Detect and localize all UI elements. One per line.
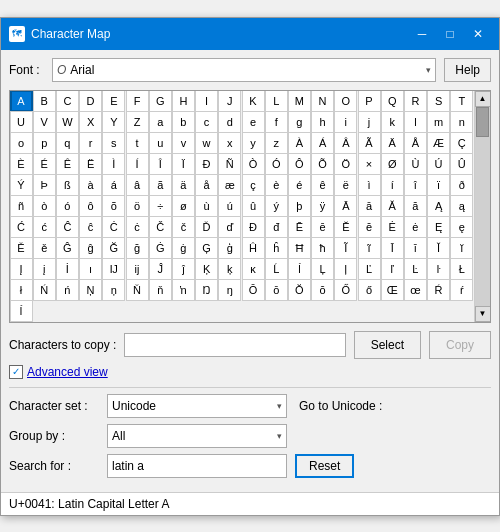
char-cell[interactable]: ŕ [450,279,473,301]
char-cell[interactable]: ē [311,216,334,238]
char-cell[interactable]: T [450,90,473,112]
char-cell[interactable]: K [242,90,265,112]
char-cell[interactable]: á [102,174,125,196]
char-cell[interactable]: Ŀ [404,258,427,280]
char-cell[interactable]: ß [56,174,79,196]
char-cell[interactable]: e [242,111,265,133]
char-cell[interactable]: ï [427,174,450,196]
char-cell[interactable]: Ù [404,153,427,175]
char-cell[interactable]: v [172,132,195,154]
char-cell[interactable]: į [33,258,56,280]
char-cell[interactable]: ı [79,258,102,280]
char-cell[interactable]: ę [450,216,473,238]
char-cell[interactable]: k [381,111,404,133]
char-cell[interactable]: Ĕ [334,216,357,238]
char-cell[interactable]: Þ [33,174,56,196]
close-button[interactable]: ✕ [465,24,491,44]
char-cell[interactable]: ħ [311,237,334,259]
char-cell[interactable]: ā [358,195,381,217]
char-cell[interactable]: ÿ [311,195,334,217]
char-cell[interactable]: Ġ [149,237,172,259]
char-cell[interactable]: Í [126,153,149,175]
char-cell[interactable]: é [288,174,311,196]
char-cell[interactable]: å [195,174,218,196]
grid-scrollbar[interactable]: ▲ ▼ [474,91,490,322]
char-cell[interactable]: Æ [427,132,450,154]
char-cell[interactable]: ą [450,195,473,217]
char-cell[interactable]: ø [172,195,195,217]
scrollbar-thumb[interactable] [476,107,489,137]
char-cell[interactable]: ļ [334,258,357,280]
char-cell[interactable]: ċ [126,216,149,238]
char-cell[interactable]: Û [450,153,473,175]
char-cell[interactable]: E [102,90,125,112]
char-cell[interactable]: Ā [334,195,357,217]
char-cell[interactable]: Ĝ [56,237,79,259]
char-cell[interactable]: ĺ [10,300,33,322]
copy-button[interactable]: Copy [429,331,491,359]
char-cell[interactable]: ĸ [242,258,265,280]
char-cell[interactable]: Č [149,216,172,238]
char-cell[interactable]: ì [358,174,381,196]
char-cell[interactable]: ĥ [265,237,288,259]
char-cell[interactable]: ī [404,237,427,259]
reset-button[interactable]: Reset [295,454,354,478]
char-cell[interactable]: Ł [450,258,473,280]
char-cell[interactable]: ľ [381,258,404,280]
char-cell[interactable]: Ă [381,195,404,217]
chars-to-copy-input[interactable] [124,333,345,357]
char-cell[interactable]: x [218,132,241,154]
char-cell[interactable]: w [195,132,218,154]
char-cell[interactable]: î [404,174,427,196]
char-cell[interactable]: Ļ [311,258,334,280]
char-cell[interactable]: Ć [10,216,33,238]
char-cell[interactable]: a [149,111,172,133]
char-cell[interactable]: Ò [242,153,265,175]
char-cell[interactable]: t [126,132,149,154]
char-cell[interactable]: Ý [10,174,33,196]
char-cell[interactable]: þ [288,195,311,217]
char-cell[interactable]: ŏ [311,279,334,301]
char-cell[interactable]: ù [195,195,218,217]
char-cell[interactable]: b [172,111,195,133]
char-cell[interactable]: Ħ [288,237,311,259]
char-cell[interactable]: Â [334,132,357,154]
char-cell[interactable]: p [33,132,56,154]
char-cell[interactable]: ģ [218,237,241,259]
char-cell[interactable]: ç [242,174,265,196]
char-cell[interactable]: Ŕ [427,279,450,301]
char-cell[interactable]: è [265,174,288,196]
char-cell[interactable]: n [450,111,473,133]
char-cell[interactable]: ć [33,216,56,238]
char-cell[interactable]: C [56,90,79,112]
char-cell[interactable]: Į [10,258,33,280]
char-cell[interactable]: ŋ [218,279,241,301]
char-cell[interactable]: Ī [381,237,404,259]
char-cell[interactable]: À [288,132,311,154]
char-cell[interactable]: u [149,132,172,154]
char-cell[interactable]: ô [79,195,102,217]
char-cell[interactable]: d [218,111,241,133]
scroll-down-arrow[interactable]: ▼ [475,306,491,322]
char-cell[interactable]: Ē [288,216,311,238]
char-cell[interactable]: ä [172,174,195,196]
help-button[interactable]: Help [444,58,491,82]
char-cell[interactable]: ġ [172,237,195,259]
char-cell[interactable]: ĝ [79,237,102,259]
char-cell[interactable]: Ď [195,216,218,238]
advanced-view-label[interactable]: Advanced view [27,365,108,379]
char-cell[interactable]: Á [311,132,334,154]
char-cell[interactable]: õ [102,195,125,217]
char-cell[interactable]: Ľ [358,258,381,280]
char-cell[interactable]: Ě [10,237,33,259]
char-cell[interactable]: ĭ [450,237,473,259]
char-cell[interactable]: ê [311,174,334,196]
char-cell[interactable]: Ō [242,279,265,301]
char-cell[interactable]: ĩ [358,237,381,259]
char-cell[interactable]: × [358,153,381,175]
minimize-button[interactable]: ─ [409,24,435,44]
char-cell[interactable]: Ç [450,132,473,154]
char-cell[interactable]: ý [265,195,288,217]
char-cell[interactable]: Ŋ [195,279,218,301]
group-by-dropdown[interactable]: All ▾ [107,424,287,448]
